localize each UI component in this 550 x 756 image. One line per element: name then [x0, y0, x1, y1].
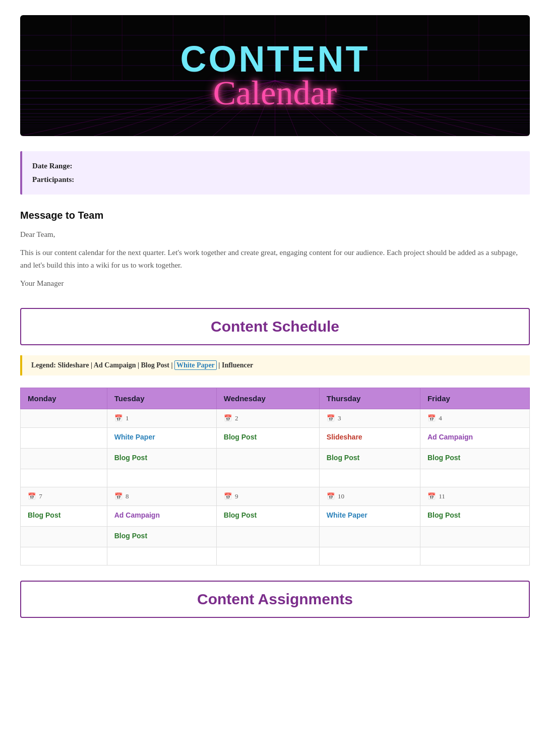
calendar-header-row: Monday Tuesday Wednesday Thursday Friday — [21, 388, 530, 409]
entry-cell-0-0-0 — [21, 428, 107, 449]
calendar-icon: 📅 — [224, 414, 232, 422]
content-type-label: Blog Post — [114, 532, 209, 540]
calendar-entry-row-1-1: Blog Post — [21, 527, 530, 547]
calendar-icon: 📅 — [427, 492, 436, 500]
message-greeting: Dear Team, — [20, 228, 530, 241]
content-type-label: White Paper — [114, 433, 209, 441]
content-assignments-box: Content Assignments — [20, 581, 530, 618]
date-cell-0-2: 📅 2 — [216, 409, 319, 428]
content-type-label: Ad Campaign — [114, 511, 209, 519]
entry-cell-1-3-1 — [319, 527, 420, 547]
legend-blog-post: Blog Post — [141, 361, 169, 369]
col-friday: Friday — [420, 388, 529, 409]
col-tuesday: Tuesday — [107, 388, 216, 409]
entry-cell-0-0-1 — [21, 449, 107, 469]
date-number: 📅 3 — [327, 414, 341, 422]
legend-ad-campaign: Ad Campaign — [94, 361, 136, 369]
spacer-row-1 — [21, 547, 530, 565]
entry-cell-1-4-0: Blog Post — [420, 506, 529, 527]
date-cell-1-0: 📅 7 — [21, 487, 107, 506]
col-thursday: Thursday — [319, 388, 420, 409]
date-cell-1-4: 📅 11 — [420, 487, 529, 506]
message-body: This is our content calendar for the nex… — [20, 246, 530, 272]
date-number: 📅 9 — [224, 492, 238, 500]
col-wednesday: Wednesday — [216, 388, 319, 409]
entry-cell-1-1-1: Blog Post — [107, 527, 216, 547]
entry-cell-0-2-0: Blog Post — [216, 428, 319, 449]
calendar-icon: 📅 — [28, 492, 36, 500]
message-heading: Message to Team — [20, 210, 530, 221]
col-monday: Monday — [21, 388, 107, 409]
calendar-icon: 📅 — [114, 414, 123, 422]
entry-cell-1-4-1 — [420, 527, 529, 547]
calendar-icon: 📅 — [427, 414, 436, 422]
entry-cell-0-2-1 — [216, 449, 319, 469]
entry-cell-0-4-0: Ad Campaign — [420, 428, 529, 449]
entry-cell-0-3-0: Slideshare — [319, 428, 420, 449]
date-cell-0-0 — [21, 409, 107, 428]
date-cell-1-1: 📅 8 — [107, 487, 216, 506]
hero-title-bottom: Calendar — [180, 74, 370, 112]
calendar-entry-row-1-0: Blog PostAd CampaignBlog PostWhite Paper… — [21, 506, 530, 527]
calendar-icon: 📅 — [224, 492, 232, 500]
content-type-label: Blog Post — [327, 454, 413, 462]
entry-cell-0-3-1: Blog Post — [319, 449, 420, 469]
info-box: Date Range: Participants: — [20, 151, 530, 195]
entry-cell-0-1-0: White Paper — [107, 428, 216, 449]
spacer-row-0 — [21, 469, 530, 487]
content-type-label: Blog Post — [28, 511, 100, 519]
content-type-label: Blog Post — [224, 433, 312, 441]
calendar-table: Monday Tuesday Wednesday Thursday Friday… — [20, 388, 530, 565]
date-cell-0-3: 📅 3 — [319, 409, 420, 428]
date-range-label: Date Range: — [32, 159, 520, 173]
entry-cell-1-2-0: Blog Post — [216, 506, 319, 527]
date-number: 📅 1 — [114, 414, 129, 422]
legend-label: Legend: — [31, 361, 58, 369]
calendar-entry-row-0-1: Blog PostBlog PostBlog Post — [21, 449, 530, 469]
date-cell-1-3: 📅 10 — [319, 487, 420, 506]
content-type-label: Blog Post — [224, 511, 312, 519]
calendar-date-row-0: 📅 1📅 2📅 3📅 4 — [21, 409, 530, 428]
entry-cell-1-3-0: White Paper — [319, 506, 420, 527]
entry-cell-1-0-1 — [21, 527, 107, 547]
date-number: 📅 10 — [327, 492, 344, 500]
calendar-entry-row-0-0: White PaperBlog PostSlideshareAd Campaig… — [21, 428, 530, 449]
date-cell-1-2: 📅 9 — [216, 487, 319, 506]
participants-label: Participants: — [32, 173, 520, 186]
entry-cell-1-1-0: Ad Campaign — [107, 506, 216, 527]
calendar-icon: 📅 — [327, 414, 335, 422]
date-number: 📅 8 — [114, 492, 129, 500]
legend-sep-2: | — [138, 361, 141, 369]
entry-cell-0-4-1: Blog Post — [420, 449, 529, 469]
message-signature: Your Manager — [20, 277, 530, 290]
content-schedule-title: Content Schedule — [30, 318, 520, 335]
content-type-label: Blog Post — [427, 454, 522, 462]
calendar-icon: 📅 — [114, 492, 123, 500]
content-type-label: Slideshare — [327, 433, 413, 441]
message-section: Message to Team Dear Team, This is our c… — [20, 210, 530, 290]
date-number: 📅 7 — [28, 492, 42, 500]
legend-sep-4: | — [218, 361, 222, 369]
calendar-icon: 📅 — [327, 492, 335, 500]
date-cell-0-1: 📅 1 — [107, 409, 216, 428]
content-type-label: White Paper — [327, 511, 413, 519]
date-number: 📅 11 — [427, 492, 445, 500]
date-cell-0-4: 📅 4 — [420, 409, 529, 428]
legend-box: Legend: Slideshare | Ad Campaign | Blog … — [20, 355, 530, 375]
content-assignments-title: Content Assignments — [30, 591, 520, 608]
entry-cell-1-2-1 — [216, 527, 319, 547]
legend-white-paper: White Paper — [174, 360, 217, 370]
date-number: 📅 4 — [427, 414, 442, 422]
entry-cell-0-1-1: Blog Post — [107, 449, 216, 469]
entry-cell-1-0-0: Blog Post — [21, 506, 107, 527]
content-type-label: Blog Post — [427, 511, 522, 519]
content-type-label: Blog Post — [114, 454, 209, 462]
content-schedule-box: Content Schedule — [20, 308, 530, 345]
hero-title-container: CONTENT Calendar — [180, 39, 370, 112]
calendar-date-row-1: 📅 7📅 8📅 9📅 10📅 11 — [21, 487, 530, 506]
content-type-label: Ad Campaign — [427, 433, 522, 441]
date-number: 📅 2 — [224, 414, 238, 422]
hero-banner: CONTENT Calendar — [20, 15, 530, 136]
legend-influencer: Influencer — [222, 361, 253, 369]
legend-slideshare: Slideshare — [58, 361, 89, 369]
